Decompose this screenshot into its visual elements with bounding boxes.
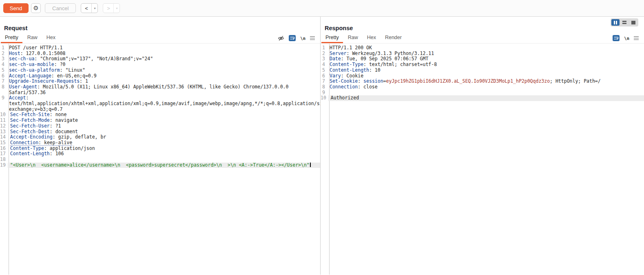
response-tab-render[interactable]: Render: [381, 33, 406, 43]
eye-off-icon[interactable]: [278, 35, 284, 41]
code-line: 4Content-Type: text/html; charset=utf-8: [321, 62, 644, 68]
line-number: 18: [0, 157, 8, 163]
line-content: Server: Werkzeug/3.1.3 Python/3.12.11: [327, 51, 644, 57]
response-panel: Response Pretty Raw Hex Render \n 1HTTP: [321, 17, 644, 275]
line-number: 7: [321, 79, 327, 84]
request-panel-title: Request: [0, 17, 320, 33]
line-content: Connection: keep-alive: [8, 140, 320, 146]
line-number: 2: [0, 51, 7, 57]
line-content: "<User>\n <username>alice</username>\n <…: [8, 163, 320, 168]
cancel-button[interactable]: Cancel: [45, 3, 76, 13]
line-content: [327, 90, 644, 96]
editor-menu-icon[interactable]: [634, 36, 639, 40]
rows-layout-icon[interactable]: [620, 19, 629, 26]
code-line: 15Connection: keep-alive: [0, 140, 320, 146]
line-content: sec-ch-ua-platform: "Linux": [7, 68, 320, 73]
code-line: 5sec-ch-ua-platform: "Linux": [0, 68, 320, 73]
code-line: 9Accept: text/html,application/xhtml+xml…: [0, 95, 320, 112]
soft-wrap-icon[interactable]: [289, 35, 296, 41]
line-number: 8: [321, 84, 327, 90]
request-tab-pretty[interactable]: Pretty: [1, 33, 22, 43]
line-content: Sec-Fetch-Mode: navigate: [8, 118, 320, 123]
line-content: Sec-Fetch-User: ?1: [8, 123, 320, 129]
code-line: 10Authorized: [321, 95, 644, 101]
line-content: Host: 127.0.0.1:5008: [7, 51, 320, 57]
code-line: 3Date: Tue, 09 Sep 2025 07:06:57 GMT: [321, 56, 644, 62]
line-number: 13: [0, 129, 8, 135]
line-number: 7: [0, 79, 7, 84]
show-newlines-icon[interactable]: \n: [300, 36, 305, 41]
line-content: Content-Type: application/json: [8, 146, 320, 152]
soft-wrap-icon[interactable]: [613, 35, 620, 41]
line-content: Sec-Fetch-Site: none: [8, 112, 320, 118]
panel-layout-toggle-group: [611, 18, 638, 26]
line-number: 10: [321, 95, 328, 101]
code-line: 4sec-ch-ua-mobile: ?0: [0, 62, 320, 68]
response-editor[interactable]: 1HTTP/1.1 200 OK2Server: Werkzeug/3.1.3 …: [321, 44, 644, 275]
code-line: 19"<User>\n <username>alice</username>\n…: [0, 163, 320, 168]
line-number: 5: [0, 68, 7, 73]
line-number: 11: [0, 118, 8, 123]
code-line: 3sec-ch-ua: "Chromium";v="137", "Not/A)B…: [0, 56, 320, 62]
back-dropdown-arrow-icon[interactable]: ▾: [92, 4, 97, 13]
code-line: 17Content-Length: 106: [0, 151, 320, 157]
response-editor-icons: \n: [613, 35, 644, 43]
line-content: POST /user HTTP/1.1: [7, 45, 320, 51]
line-number: 2: [321, 51, 327, 57]
line-number: 1: [321, 45, 327, 51]
line-content: HTTP/1.1 200 OK: [327, 45, 644, 51]
response-tab-hex[interactable]: Hex: [363, 33, 380, 43]
gear-icon: ⚙: [33, 5, 38, 11]
show-newlines-icon[interactable]: \n: [624, 36, 629, 41]
message-editor-split: Request Pretty Raw Hex: [0, 17, 644, 275]
forward-dropdown-arrow-icon[interactable]: ▾: [114, 4, 120, 13]
editor-menu-icon[interactable]: [310, 36, 315, 40]
request-panel: Request Pretty Raw Hex: [0, 17, 321, 275]
line-number: 4: [321, 62, 327, 68]
back-button[interactable]: <: [81, 4, 92, 13]
code-line: 8User-Agent: Mozilla/5.0 (X11; Linux x86…: [0, 84, 320, 95]
code-line: 8Connection: close: [321, 84, 644, 90]
line-number: 6: [321, 73, 327, 79]
line-number: 14: [0, 134, 8, 140]
request-editor[interactable]: 1POST /user HTTP/1.12Host: 127.0.0.1:500…: [0, 44, 320, 275]
line-number: 15: [0, 140, 8, 146]
line-content: [8, 157, 320, 163]
request-tab-hex[interactable]: Hex: [42, 33, 60, 43]
line-content: Date: Tue, 09 Sep 2025 07:06:57 GMT: [327, 56, 644, 62]
code-line: 5Content-Length: 10: [321, 68, 644, 73]
line-content: Sec-Fetch-Dest: document: [8, 129, 320, 135]
code-line: 6Vary: Cookie: [321, 73, 644, 79]
line-content: Vary: Cookie: [327, 73, 644, 79]
line-number: 17: [0, 151, 8, 157]
line-number: 3: [321, 56, 327, 62]
response-tab-pretty[interactable]: Pretty: [321, 33, 343, 43]
request-tab-raw[interactable]: Raw: [23, 33, 42, 43]
code-line: 13Sec-Fetch-Dest: document: [0, 129, 320, 135]
columns-layout-icon[interactable]: [611, 19, 620, 26]
send-settings-button[interactable]: ⚙: [31, 3, 41, 13]
response-tabbar: Pretty Raw Hex Render \n: [321, 33, 644, 44]
line-content: sec-ch-ua: "Chromium";v="137", "Not/A)Br…: [7, 56, 320, 62]
code-line: 1POST /user HTTP/1.1: [0, 45, 320, 51]
code-line: 16Content-Type: application/json: [0, 146, 320, 152]
single-panel-layout-icon[interactable]: [629, 19, 637, 26]
line-number: 6: [0, 73, 7, 79]
code-line: 10Sec-Fetch-Site: none: [0, 112, 320, 118]
line-content: Content-Length: 106: [8, 151, 320, 157]
line-number: 10: [0, 112, 8, 118]
line-number: 9: [0, 95, 7, 101]
line-number: 9: [321, 90, 327, 96]
line-content: sec-ch-ua-mobile: ?0: [7, 62, 320, 68]
code-line: 2Host: 127.0.0.1:5008: [0, 51, 320, 57]
send-button[interactable]: Send: [3, 3, 29, 13]
code-line: 6Accept-Language: en-US,en;q=0.9: [0, 73, 320, 79]
forward-button[interactable]: >: [103, 4, 114, 13]
response-tab-raw[interactable]: Raw: [344, 33, 362, 43]
code-line: 1HTTP/1.1 200 OK: [321, 45, 644, 51]
code-line: 7Set-Cookie: session=eyJpc19hZG1pbiI6dHJ…: [321, 79, 644, 84]
line-content: Content-Type: text/html; charset=utf-8: [327, 62, 644, 68]
code-line: 7Upgrade-Insecure-Requests: 1: [0, 79, 320, 84]
line-number: 16: [0, 146, 8, 152]
line-content: Upgrade-Insecure-Requests: 1: [7, 79, 320, 84]
